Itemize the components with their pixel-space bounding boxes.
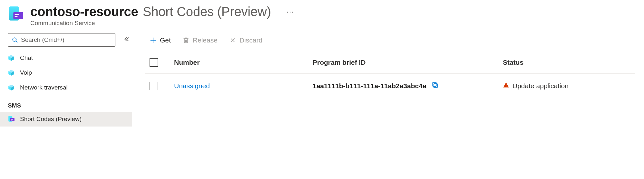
feature-title: Short Codes (Preview) [143,5,271,19]
svg-rect-2 [13,12,23,19]
sidebar-search[interactable] [8,33,115,47]
short-codes-icon [8,116,15,123]
command-label: Release [193,36,218,44]
resource-name: contoso-resource [30,5,138,19]
cube-icon [8,84,15,91]
sidebar-item-label: Chat [20,54,33,61]
status-text: Update application [512,82,569,90]
svg-rect-3 [15,14,19,15]
column-header-status[interactable]: Status [503,59,630,66]
number-link[interactable]: Unassigned [174,82,210,90]
table-row: Unassigned 1aa1111b-b111-111a-11ab2a3abc… [145,74,635,98]
command-label: Discard [239,36,262,44]
collapse-sidebar-button[interactable] [121,35,132,45]
sidebar: Chat Voip [0,29,132,127]
sidebar-item-network-traversal[interactable]: Network traversal [0,80,132,95]
program-brief-id: 1aa1111b-b111-111a-11ab2a3abc4a [313,82,426,90]
svg-rect-30 [433,82,436,86]
svg-point-5 [13,38,16,41]
sidebar-item-short-codes[interactable]: Short Codes (Preview) [0,112,132,127]
trash-icon [182,37,190,44]
svg-rect-17 [10,118,15,121]
svg-rect-22 [184,39,188,43]
release-button: Release [182,36,218,44]
short-codes-table: Number Program brief ID Status Unassigne… [145,51,635,98]
cube-icon [8,69,15,76]
get-button[interactable]: Get [150,36,171,44]
svg-rect-33 [506,86,506,87]
cube-icon [8,54,15,61]
sidebar-item-label: Network traversal [20,84,68,91]
select-all-checkbox[interactable] [150,58,158,67]
sidebar-item-label: Short Codes (Preview) [20,116,82,123]
discard-button: Discard [229,36,262,44]
warning-icon [503,82,509,90]
svg-rect-18 [11,119,13,119]
search-icon [11,36,18,43]
svg-rect-4 [15,16,18,17]
row-checkbox[interactable] [150,82,158,90]
search-input[interactable] [21,36,112,43]
column-header-brief[interactable]: Program brief ID [313,59,503,66]
close-icon [229,37,236,44]
sidebar-item-chat[interactable]: Chat [0,51,132,65]
command-bar: Get Release [145,29,644,51]
more-actions-button[interactable]: ··· [283,6,298,18]
plus-icon [150,37,157,44]
column-header-number[interactable]: Number [174,59,313,66]
svg-rect-19 [11,120,12,120]
command-label: Get [160,36,171,44]
sidebar-item-voip[interactable]: Voip [0,65,132,80]
svg-line-6 [16,41,17,42]
sidebar-section-sms: SMS [0,95,132,112]
svg-rect-32 [506,84,506,86]
sidebar-item-label: Voip [20,69,32,76]
resource-type-label: Communication Service [30,20,298,27]
svg-rect-29 [434,84,437,88]
copy-button[interactable] [432,81,439,90]
communication-service-icon [8,6,24,23]
